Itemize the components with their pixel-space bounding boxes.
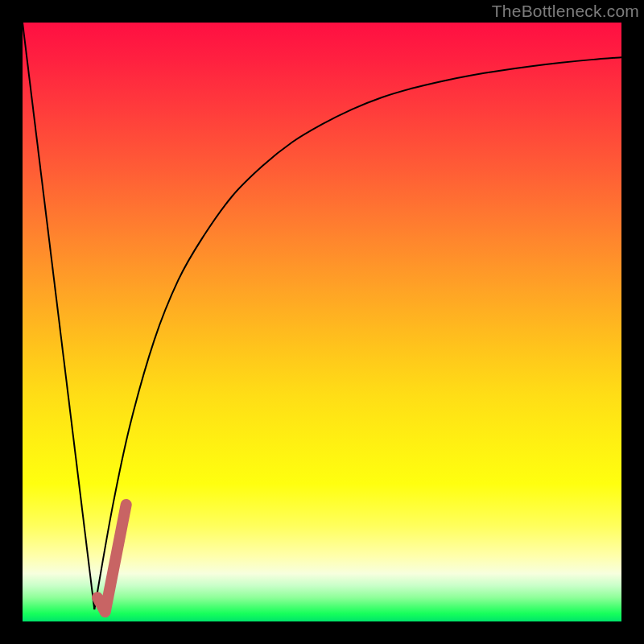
watermark-text: TheBottleneck.com — [492, 2, 639, 21]
ascend-curve — [94, 57, 621, 609]
curves-svg — [23, 23, 621, 621]
plot-area — [23, 23, 621, 621]
j-mark — [97, 505, 126, 612]
descend-line — [23, 23, 94, 609]
chart-frame: TheBottleneck.com — [0, 0, 644, 644]
